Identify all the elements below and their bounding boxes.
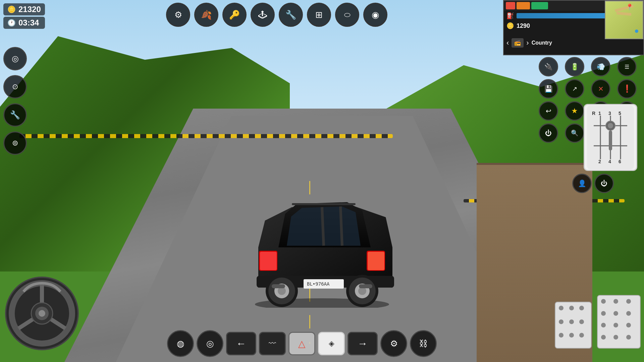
battery-button[interactable]: 🔋	[565, 57, 584, 76]
wiper-button[interactable]: 〰	[259, 332, 286, 355]
share-button[interactable]: ↗	[565, 79, 584, 99]
pedal-dot	[613, 323, 618, 327]
pedal-dot	[579, 306, 584, 310]
speedometer-button[interactable]: ◎	[3, 47, 27, 70]
steering-wheel-container[interactable]	[3, 275, 80, 352]
hazard-button[interactable]: △	[288, 332, 315, 355]
nav-map-row: ‹ 📻 › Country 📍	[504, 31, 643, 55]
left-side-buttons: ◎ ⊙ 🔧 ⊚	[3, 47, 27, 155]
settings-button[interactable]: ⚙	[166, 3, 190, 27]
pedal-dot	[601, 335, 606, 340]
car-container: BL•976AA	[193, 109, 451, 308]
pedal-dot	[601, 323, 606, 327]
svg-line-1	[322, 207, 324, 246]
pedal-dot	[613, 299, 618, 304]
star-button[interactable]: ★	[565, 101, 584, 121]
pedal-dot	[569, 319, 574, 324]
grid-button[interactable]: ⊞	[307, 3, 331, 27]
pedal-dot	[559, 306, 564, 310]
svg-point-43	[608, 123, 613, 128]
chain-button[interactable]: ⛓	[410, 330, 437, 357]
gear-shifter: R 1 3 5 2 4 6	[584, 104, 637, 171]
brake-pedal[interactable]	[555, 302, 592, 349]
wrench-button[interactable]: 🔧	[3, 103, 27, 127]
svg-text:4: 4	[608, 159, 611, 164]
pedal-dot	[579, 319, 584, 324]
top-icon-bar: ⚙ 🍂 🔑 🕹 🔧 ⊞ ⬭ ◉	[70, 3, 483, 27]
pedal-dot	[626, 323, 631, 327]
pedal-dot	[601, 311, 606, 316]
disc2-button[interactable]: ◎	[197, 330, 223, 357]
map-pin-icon: 📍	[626, 3, 633, 11]
nav-radio-icon: 📻	[512, 38, 524, 48]
fan-button[interactable]: 💨	[591, 57, 610, 76]
hud-tool-green	[531, 2, 548, 9]
pedal-dot	[613, 311, 618, 316]
top-right-hud: ⛽ 🪙 1290 ‹ 📻 › Country 📍	[503, 0, 644, 55]
coin-icon-map: 🪙	[506, 22, 514, 29]
alert-button[interactable]: ❗	[617, 79, 637, 99]
pedal-dot	[559, 319, 564, 324]
pedal-dot	[626, 335, 631, 340]
search-button[interactable]: 🔍	[565, 123, 584, 143]
svg-rect-19	[359, 284, 372, 288]
nav-arrow-left[interactable]: ‹	[506, 39, 509, 47]
oval-button[interactable]: ⬭	[335, 3, 359, 27]
svg-line-2	[340, 206, 342, 246]
stats-panel: 🪙 21320 🕐 03:34	[3, 3, 45, 29]
svg-rect-20	[292, 203, 356, 205]
power-button[interactable]: ⏻	[539, 123, 558, 143]
svg-rect-6	[368, 252, 384, 270]
pedal-dot	[626, 299, 631, 304]
coins-value: 21320	[18, 5, 41, 14]
pedal-dot	[601, 299, 606, 304]
brake-disc-button[interactable]: ◍	[167, 330, 194, 357]
key-button[interactable]: 🔑	[222, 3, 247, 27]
pedal-dot	[613, 335, 618, 340]
timer-stat: 🕐 03:34	[3, 17, 45, 29]
wheel-button[interactable]: ◉	[363, 3, 387, 27]
svg-rect-44	[609, 130, 612, 150]
svg-text:R: R	[592, 111, 595, 116]
plug-button[interactable]: 🔌	[539, 57, 558, 76]
pedal-dot	[569, 306, 574, 310]
map-coins-value: 1290	[517, 22, 530, 29]
svg-rect-4	[260, 252, 277, 270]
location-label: Country	[532, 40, 552, 46]
svg-text:1: 1	[598, 111, 601, 116]
engine-button[interactable]: ⚙	[380, 330, 407, 357]
sidebar-button[interactable]: ☰	[617, 57, 637, 76]
gear-shifter-svg: R 1 3 5 2 4 6	[587, 106, 634, 169]
nav-arrow-right[interactable]: ›	[526, 39, 529, 47]
arrow-left-button[interactable]: ←	[226, 332, 256, 355]
svg-text:3: 3	[608, 111, 611, 116]
user-button[interactable]: 👤	[572, 174, 592, 193]
car-svg: BL•976AA	[238, 180, 406, 308]
mini-map: 📍	[605, 1, 643, 39]
pedals-area	[555, 295, 641, 349]
environment-button[interactable]: 🍂	[194, 3, 218, 27]
timer-icon: 🕐	[7, 19, 16, 27]
steering-wheel[interactable]	[3, 275, 80, 352]
undo-button[interactable]: ↩	[539, 101, 558, 121]
joystick-button[interactable]: 🕹	[251, 3, 275, 27]
timer-value: 03:34	[18, 18, 39, 27]
pedal-dot	[579, 333, 584, 338]
svg-text:BL•976AA: BL•976AA	[307, 281, 330, 287]
brake-button[interactable]: ⊚	[3, 131, 27, 155]
pedal-dot	[569, 333, 574, 338]
headlight-button[interactable]: ◈	[318, 332, 345, 355]
arrow-right-button[interactable]: →	[347, 332, 378, 355]
gas-pedal[interactable]	[597, 295, 641, 349]
tool-button[interactable]: 🔧	[279, 3, 303, 27]
tire-button[interactable]: ⊙	[3, 75, 27, 99]
pedal-dot	[559, 333, 564, 338]
save-button[interactable]: 💾	[539, 79, 558, 99]
close-button[interactable]: ✕	[591, 79, 610, 99]
power2-button[interactable]: ⏻	[594, 174, 614, 193]
hud-tool-icon	[506, 2, 515, 9]
svg-text:6: 6	[619, 159, 621, 164]
svg-rect-18	[272, 284, 285, 288]
svg-text:5: 5	[619, 111, 621, 116]
svg-point-28	[39, 310, 45, 317]
